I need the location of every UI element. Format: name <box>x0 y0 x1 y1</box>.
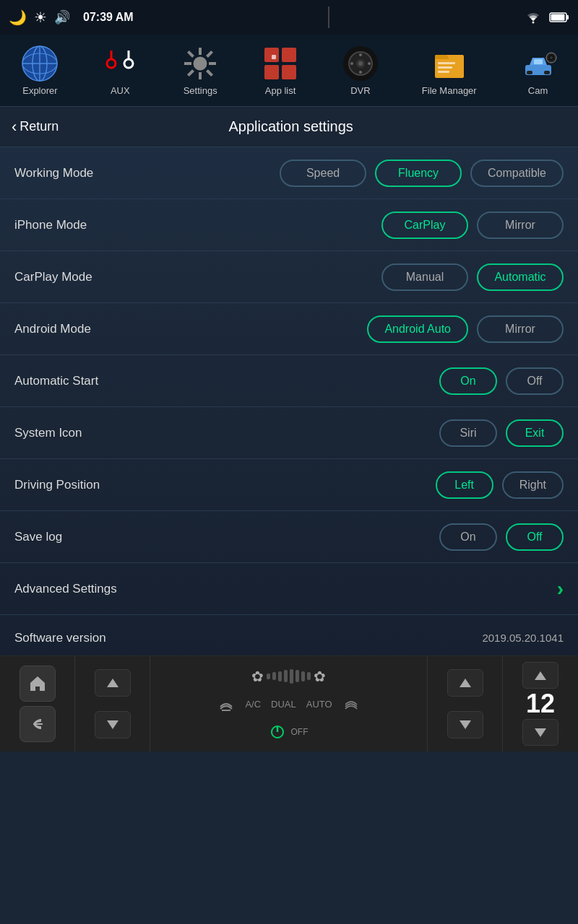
return-button[interactable]: ‹ Return <box>12 118 59 136</box>
right-arrows-section <box>428 656 503 751</box>
page-title: Application settings <box>59 118 523 135</box>
left-up-button[interactable] <box>95 669 131 697</box>
nav-item-filemanager[interactable]: File Manager <box>422 45 477 96</box>
carplay-mode-automatic[interactable]: Automatic <box>477 263 564 291</box>
power-row: OFF <box>269 724 309 740</box>
fan-bar-1 <box>267 674 270 679</box>
ac-label: A/C <box>245 699 261 710</box>
ac-center-section: ✿ ✿ A/C DUAL AUTO <box>150 656 428 751</box>
save-log-on[interactable]: On <box>439 523 497 551</box>
svg-point-35 <box>350 62 353 65</box>
software-version-row: Software version 2019.05.20.1041 <box>0 615 578 655</box>
advanced-settings-row[interactable]: Advanced Settings › <box>0 563 578 615</box>
nav-label-aux: AUX <box>111 85 130 96</box>
svg-marker-57 <box>535 728 546 737</box>
iphone-mode-controls: CarPlay Mirror <box>381 212 564 239</box>
svg-rect-43 <box>544 71 550 74</box>
android-mode-auto[interactable]: Android Auto <box>367 315 468 343</box>
left-down-button[interactable] <box>95 711 131 738</box>
svg-point-33 <box>359 53 362 56</box>
fan-bar-8 <box>307 672 311 680</box>
nav-item-cam[interactable]: Cam <box>519 45 557 96</box>
working-mode-label: Working Mode <box>14 166 93 180</box>
svg-rect-42 <box>527 71 532 74</box>
left-arrows-section <box>75 656 150 751</box>
svg-rect-44 <box>534 59 543 64</box>
off-label: OFF <box>291 727 309 737</box>
controls-bar: ✿ ✿ A/C DUAL AUTO <box>0 655 578 751</box>
svg-point-47 <box>550 56 553 59</box>
nav-item-explorer[interactable]: Explorer <box>21 45 59 96</box>
save-log-controls: On Off <box>439 523 564 551</box>
sun-icon: ☀ <box>34 9 47 26</box>
advanced-settings-chevron-icon: › <box>557 578 564 601</box>
home-button[interactable] <box>20 666 56 702</box>
automatic-start-on[interactable]: On <box>439 367 497 395</box>
working-mode-fluency[interactable]: Fluency <box>375 160 462 187</box>
driving-position-controls: Left Right <box>436 471 564 499</box>
svg-rect-38 <box>438 62 455 64</box>
fan-bars <box>267 669 311 684</box>
nav-item-dvr[interactable]: DVR <box>342 45 379 96</box>
iphone-mode-carplay[interactable]: CarPlay <box>381 212 468 239</box>
home-back-section <box>0 656 75 751</box>
svg-marker-55 <box>460 720 471 729</box>
volume-icon: 🔊 <box>54 9 70 25</box>
save-log-off[interactable]: Off <box>506 523 564 551</box>
nav-item-aux[interactable]: AUX <box>101 45 139 96</box>
android-mode-row: Android Mode Android Auto Mirror <box>0 303 578 355</box>
fan-right-icon: ✿ <box>314 668 326 685</box>
temperature-display: 12 <box>526 689 555 719</box>
working-mode-compatible[interactable]: Compatible <box>470 160 564 187</box>
status-bar: 🌙 ☀ 🔊 07:39 AM <box>0 0 578 35</box>
settings-container: Working Mode Speed Fluency Compatible iP… <box>0 147 578 655</box>
right-down-button[interactable] <box>447 711 483 738</box>
ac-controls-row: A/C DUAL AUTO <box>217 696 359 713</box>
fan-bar-4 <box>284 670 288 682</box>
driving-position-left[interactable]: Left <box>436 471 493 499</box>
fan-bar-7 <box>301 671 305 681</box>
android-mode-mirror[interactable]: Mirror <box>477 315 564 343</box>
fan-bar-5 <box>290 669 293 684</box>
svg-rect-39 <box>438 66 452 69</box>
driving-position-row: Driving Position Left Right <box>0 459 578 511</box>
svg-marker-50 <box>107 720 118 729</box>
fan-bar-3 <box>278 671 282 681</box>
carplay-mode-row: CarPlay Mode Manual Automatic <box>0 251 578 303</box>
system-icon-siri[interactable]: Siri <box>439 419 497 447</box>
vent-icon <box>342 696 360 713</box>
software-version-value: 2019.05.20.1041 <box>482 632 564 644</box>
android-mode-label: Android Mode <box>14 322 91 336</box>
nav-label-cam: Cam <box>528 85 548 96</box>
temp-down-button[interactable] <box>522 719 558 746</box>
driving-position-label: Driving Position <box>14 478 100 492</box>
driving-position-right[interactable]: Right <box>502 471 564 499</box>
svg-point-32 <box>358 61 363 66</box>
working-mode-speed[interactable]: Speed <box>280 160 366 187</box>
carplay-mode-manual[interactable]: Manual <box>381 263 468 291</box>
automatic-start-off[interactable]: Off <box>506 367 564 395</box>
auto-label: AUTO <box>306 699 332 710</box>
return-chevron-icon: ‹ <box>12 118 17 136</box>
nav-item-settings[interactable]: Settings <box>181 45 219 96</box>
advanced-settings-label: Advanced Settings <box>14 582 117 596</box>
back-button[interactable] <box>20 706 56 742</box>
temp-up-button[interactable] <box>522 662 558 689</box>
svg-marker-56 <box>535 671 546 680</box>
svg-rect-26 <box>264 65 279 79</box>
power-icon[interactable] <box>269 724 285 740</box>
moon-icon: 🌙 <box>9 9 27 26</box>
return-label: Return <box>20 119 59 134</box>
status-time: 07:39 AM <box>83 11 134 24</box>
right-up-button[interactable] <box>447 669 483 697</box>
system-icon-exit[interactable]: Exit <box>506 419 564 447</box>
fan-row: ✿ ✿ <box>251 668 326 685</box>
main-content: ‹ Return Application settings Working Mo… <box>0 107 578 655</box>
nav-item-applist[interactable]: App list <box>262 45 299 96</box>
svg-rect-24 <box>264 48 279 62</box>
iphone-mode-mirror[interactable]: Mirror <box>477 212 564 239</box>
working-mode-controls: Speed Fluency Compatible <box>280 160 564 187</box>
nav-bar: Explorer AUX <box>0 35 578 107</box>
nav-label-explorer: Explorer <box>22 85 57 96</box>
android-mode-controls: Android Auto Mirror <box>367 315 564 343</box>
